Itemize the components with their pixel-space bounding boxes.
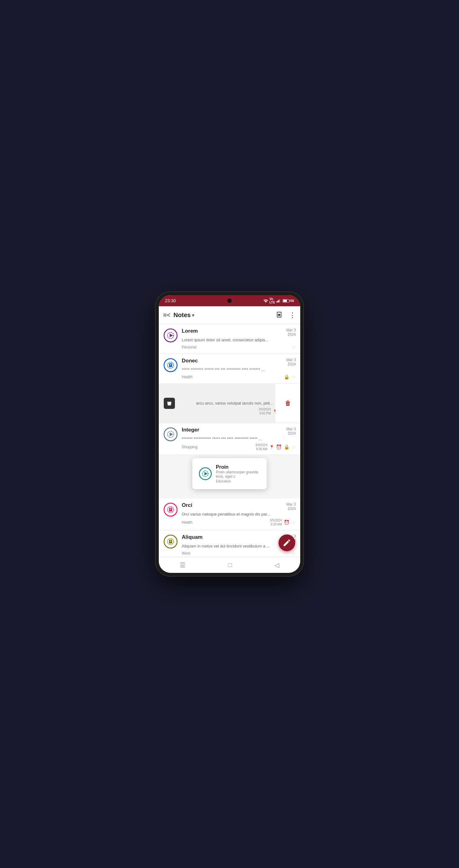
battery-fill [283,300,287,302]
note-category: Work [182,551,190,556]
dropdown-container: Proin Proin ullamcorper gravida eros, eg… [159,455,300,498]
note-title: Orci [182,502,192,508]
note-date: Mar 32024 [286,502,296,511]
lock-icon[interactable]: 🔒 [284,444,290,450]
list-item[interactable]: Lorem Mar 32024 Lorem ipsum dolor sit am… [159,324,300,354]
svg-rect-3 [279,299,280,302]
alarm-datetime: 3/5/20243:00 PM [259,407,271,415]
list-item[interactable]: Donec Mar 32024 ***** ******** ****** **… [159,354,300,384]
note-icon-aliquam [163,534,178,549]
battery-icon [282,299,289,303]
notes-list: Lorem Mar 32024 Lorem ipsum dolor sit am… [159,324,300,557]
dropdown-item-title: Proin [216,464,261,470]
svg-rect-0 [276,301,277,302]
note-title: Aliquam [182,534,203,540]
svg-marker-23 [204,472,208,475]
list-item[interactable]: Orci Mar 32024 Orci varius natoque penat… [159,498,300,530]
note-icon-proin [198,467,212,480]
more-options-icon[interactable]: ⋮ [289,311,296,319]
wifi-icon [263,299,268,303]
dropdown-item[interactable]: Proin Proin ullamcorper gravida eros, eg… [197,462,262,486]
note-title: Lorem [182,328,198,334]
note-preview: Lorem ipsum dolor sit amet, consectetur … [182,338,296,342]
note-date: Mar 32024 [286,328,296,337]
delete-action[interactable] [275,384,300,423]
note-icon-lorem [163,328,178,343]
note-preview: Orci varius natoque penatibus et magnis … [182,512,296,517]
archive-icon[interactable] [164,398,175,409]
nav-menu-icon[interactable]: ☰ [177,559,188,571]
status-time: 23:30 [165,298,176,303]
dropdown-arrow-icon[interactable]: ▾ [192,313,194,318]
svg-marker-20 [170,432,173,436]
battery-level: 56 [290,299,294,303]
note-actions: ☆ [292,344,296,350]
svg-rect-14 [287,401,289,401]
menu-icon[interactable]: ≡< [163,312,170,319]
status-bar: 23:30 VoLTE 56 [159,295,300,306]
phone-frame: 23:30 VoLTE 56 [155,291,304,577]
svg-rect-1 [277,301,278,303]
note-title: Integer [182,427,200,433]
nav-home-icon[interactable]: □ [225,559,234,571]
star-icon[interactable]: ☆ [292,374,296,380]
signal-icon [276,299,281,303]
lock-icon[interactable]: 🔒 [284,374,290,380]
alarm-datetime: 3/9/20249:30 AM [255,443,267,451]
note-date: Mar 32024 [286,427,296,436]
note-title: Donec [182,358,198,364]
dropdown-item-preview: Proin ullamcorper gravida eros, eget c [216,470,261,478]
status-icons: VoLTE 56 [263,297,294,304]
note-preview: ******* *********** ***** *** **** *****… [182,436,296,441]
note-category: Health [182,520,192,525]
pin-icon[interactable]: 📍 [269,445,274,450]
dropdown-popup: Proin Proin ullamcorper gravida eros, eg… [192,458,267,489]
alarm-datetime: 3/5/20242:20 AM [270,518,282,526]
search-icon[interactable] [276,311,283,319]
note-category: Personal [182,345,196,349]
alarm-icon[interactable]: ⏰ [284,520,290,525]
svg-rect-15 [286,401,290,402]
star-icon[interactable]: ☆ [292,520,296,525]
star-icon[interactable]: ☆ [292,444,296,450]
notes-title: Notes [173,312,191,319]
dropdown-item-category: Education [216,479,261,483]
note-category: Shopping [182,445,197,449]
bottom-nav: ☰ □ ◁ [159,557,300,573]
note-actions: 3/5/20242:20 AM ⏰ ☆ [270,518,296,526]
fab-button[interactable] [278,534,295,551]
camera-notch [227,299,232,303]
nav-back-icon[interactable]: ◁ [272,559,282,571]
list-item[interactable]: Mar 32024 arcu arcu, varius volutpat iac… [159,384,300,423]
list-item[interactable]: Integer Mar 32024 ******* *********** **… [159,423,300,455]
note-date: Mar 32024 [286,358,296,366]
star-icon[interactable]: ☆ [292,344,296,350]
note-icon-integer [163,427,178,442]
svg-marker-8 [170,334,173,337]
note-icon-donec [163,358,178,373]
dropdown-item-text: Proin Proin ullamcorper gravida eros, eg… [216,464,261,483]
note-actions: 3/9/20249:30 AM 📍 ⏰ 🔒 ☆ [255,443,296,451]
note-icon-orci [163,502,178,517]
star-icon[interactable]: ☆ [292,550,296,556]
note-preview: ***** ******** ****** *** *** ********* … [182,367,296,372]
app-bar-title: Notes ▾ [173,312,273,319]
note-category: Health [182,375,192,379]
note-actions: ☆ [292,550,296,556]
phone-screen: 23:30 VoLTE 56 [159,295,300,573]
svg-rect-2 [278,300,279,303]
note-actions: 🔒 ☆ [284,374,296,380]
app-bar: ≡< Notes ▾ ⋮ [159,306,300,324]
lte-icon: VoLTE [270,297,275,304]
alarm-icon[interactable]: ⏰ [276,444,282,450]
